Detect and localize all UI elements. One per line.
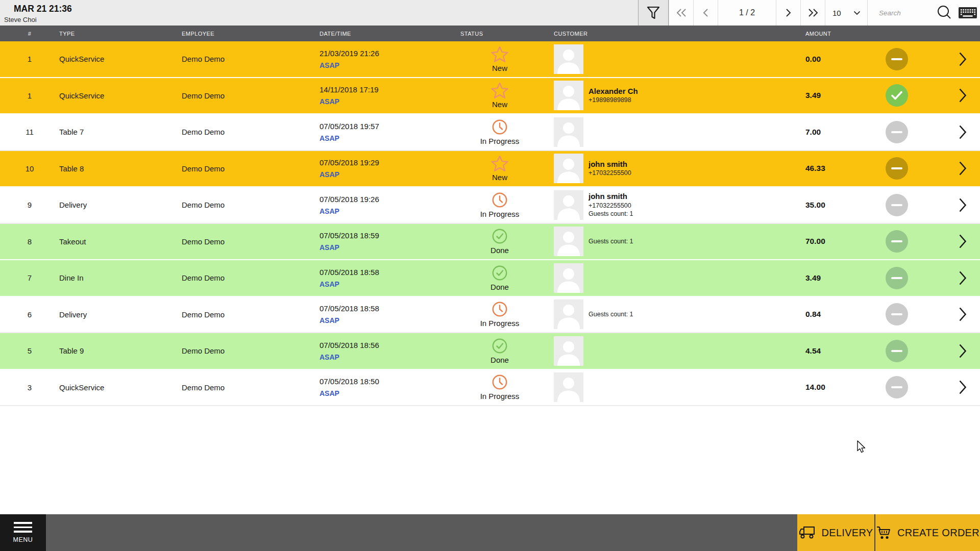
double-chevron-left-icon [676, 8, 687, 17]
order-status-cell: New [457, 46, 542, 72]
order-action-button[interactable] [886, 194, 908, 216]
order-datetime-cell: 07/05/2018 18:56 ASAP [320, 341, 457, 361]
order-datetime-cell: 07/05/2018 19:57 ASAP [320, 122, 457, 142]
keyboard-glyph [958, 6, 977, 19]
order-row[interactable]: 1 QuickService Demo Demo 14/11/2018 17:1… [0, 78, 980, 115]
order-action-cell [886, 303, 908, 325]
order-action-button[interactable] [886, 84, 908, 107]
order-amount: 70.00 [805, 237, 886, 246]
order-customer-cell: Alexander Ch +19898989898 [542, 81, 805, 110]
delivery-button[interactable]: DELIVERY [797, 514, 874, 551]
delivery-label: DELIVERY [822, 527, 873, 539]
order-action-button[interactable] [886, 267, 908, 289]
status-new-star-icon [491, 82, 508, 98]
customer-phone: +17032255500 [589, 202, 633, 210]
person-icon [554, 336, 583, 366]
open-order-chevron-icon[interactable] [959, 343, 967, 359]
column-header-type: TYPE [59, 31, 182, 37]
order-status-cell: Done [457, 338, 542, 364]
status-done-check-icon [492, 338, 508, 354]
customer-avatar [554, 263, 583, 293]
order-row[interactable]: 3 QuickService Demo Demo 07/05/2018 18:5… [0, 370, 980, 407]
status-done-check-icon [492, 265, 508, 281]
order-employee: Demo Demo [182, 164, 320, 173]
order-row[interactable]: 5 Table 9 Demo Demo 07/05/2018 18:56 ASA… [0, 333, 980, 370]
customer-avatar [554, 44, 583, 74]
filter-button[interactable] [638, 0, 669, 26]
order-action-button[interactable] [886, 121, 908, 143]
order-amount: 4.54 [805, 346, 886, 356]
minus-icon [891, 277, 902, 279]
open-order-cell [908, 234, 980, 249]
order-number: 11 [0, 128, 59, 136]
customer-avatar [554, 299, 583, 329]
minus-icon [891, 131, 902, 133]
status-label: In Progress [480, 392, 520, 400]
customer-guests-count: Guests count: 1 [589, 311, 633, 319]
order-customer-cell: john smith +17032255500 Guests count: 1 [542, 190, 805, 220]
page-size-dropdown[interactable]: 10 [825, 0, 868, 26]
order-action-cell [886, 267, 908, 289]
order-type: QuickService [59, 55, 182, 63]
open-order-chevron-icon[interactable] [959, 197, 967, 213]
search-icon[interactable] [933, 0, 955, 26]
order-row[interactable]: 7 Dine In Demo Demo 07/05/2018 18:58 ASA… [0, 260, 980, 297]
order-schedule: ASAP [320, 170, 457, 179]
order-status-cell: Done [457, 228, 542, 255]
order-row[interactable]: 8 Takeout Demo Demo 07/05/2018 18:59 ASA… [0, 224, 980, 261]
open-order-cell [908, 124, 980, 140]
open-order-chevron-icon[interactable] [959, 124, 967, 140]
order-action-button[interactable] [886, 230, 908, 253]
order-amount: 7.00 [805, 128, 886, 137]
customer-name: Alexander Ch [589, 87, 638, 96]
open-order-chevron-icon[interactable] [959, 270, 967, 286]
order-datetime: 07/05/2018 18:58 [320, 268, 457, 277]
order-customer-cell [542, 117, 805, 147]
status-new-star-icon [491, 46, 508, 62]
order-datetime: 07/05/2018 19:29 [320, 158, 457, 167]
next-page-button[interactable] [776, 0, 800, 26]
order-action-button[interactable] [886, 376, 908, 398]
open-order-chevron-icon[interactable] [959, 88, 967, 103]
order-datetime: 07/05/2018 19:57 [320, 122, 457, 131]
order-row[interactable]: 6 Delivery Demo Demo 07/05/2018 18:58 AS… [0, 297, 980, 334]
person-icon [554, 154, 583, 183]
open-order-chevron-icon[interactable] [959, 307, 967, 322]
order-action-cell [886, 340, 908, 362]
order-schedule: ASAP [320, 353, 457, 361]
order-status-cell: In Progress [457, 374, 542, 400]
order-datetime: 21/03/2019 21:26 [320, 49, 457, 58]
order-datetime: 07/05/2018 18:58 [320, 304, 457, 313]
minus-icon [891, 313, 902, 315]
order-row[interactable]: 11 Table 7 Demo Demo 07/05/2018 19:57 AS… [0, 114, 980, 151]
menu-button[interactable]: MENU [0, 514, 46, 551]
order-action-button[interactable] [886, 48, 908, 70]
open-order-chevron-icon[interactable] [959, 161, 967, 176]
last-page-button[interactable] [800, 0, 825, 26]
customer-avatar [554, 190, 583, 220]
order-schedule: ASAP [320, 316, 457, 324]
order-customer-cell: Guests count: 1 [542, 299, 805, 329]
order-datetime: 14/11/2018 17:19 [320, 85, 457, 94]
previous-page-button[interactable] [693, 0, 718, 26]
open-order-chevron-icon[interactable] [959, 380, 967, 395]
order-row[interactable]: 1 QuickService Demo Demo 21/03/2019 21:2… [0, 41, 980, 78]
order-action-button[interactable] [886, 303, 908, 325]
customer-phone: +17032255500 [589, 169, 631, 178]
minus-icon [891, 350, 902, 352]
order-row[interactable]: 10 Table 8 Demo Demo 07/05/2018 19:29 AS… [0, 151, 980, 188]
open-order-chevron-icon[interactable] [959, 234, 967, 249]
chevron-right-icon [786, 8, 791, 17]
order-datetime: 07/05/2018 19:26 [320, 195, 457, 204]
keyboard-icon[interactable] [957, 0, 979, 26]
table-header: # TYPE EMPLOYEE DATE/TIME STATUS CUSTOME… [0, 26, 980, 41]
first-page-button[interactable] [669, 0, 693, 26]
order-action-button[interactable] [886, 157, 908, 180]
open-order-chevron-icon[interactable] [959, 52, 967, 67]
order-action-button[interactable] [886, 340, 908, 362]
create-order-button[interactable]: CREATE ORDER [874, 514, 980, 551]
order-status-cell: New [457, 82, 542, 109]
order-datetime-cell: 07/05/2018 19:29 ASAP [320, 158, 457, 179]
order-customer-cell [542, 44, 805, 74]
order-row[interactable]: 9 Delivery Demo Demo 07/05/2018 19:26 AS… [0, 187, 980, 224]
